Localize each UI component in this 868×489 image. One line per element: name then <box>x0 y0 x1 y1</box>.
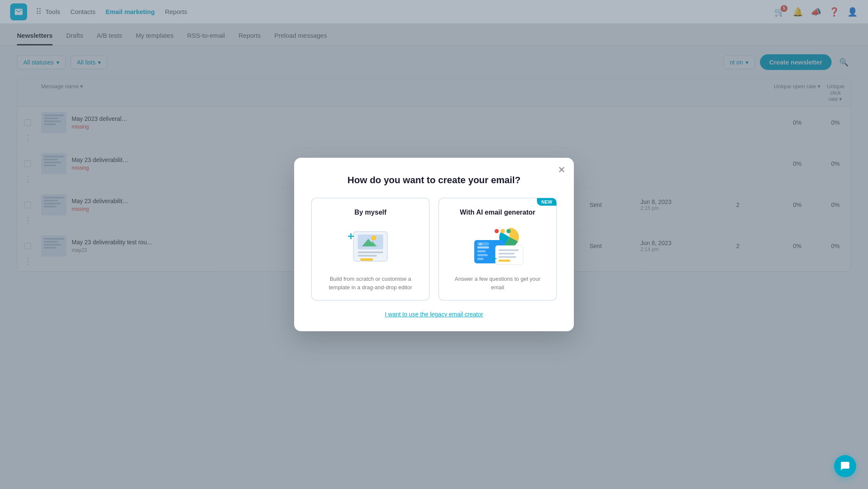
svg-point-4 <box>371 235 376 240</box>
modal-options: By myself <box>311 198 557 301</box>
option1-illustration <box>320 223 420 270</box>
modal-title: How do you want to create your email? <box>311 175 557 186</box>
chat-button[interactable] <box>834 455 856 477</box>
option2-desc: Answer a few questions to get your email <box>448 275 548 291</box>
svg-rect-7 <box>360 258 373 261</box>
option-by-myself[interactable]: By myself <box>311 198 430 301</box>
svg-rect-6 <box>358 255 377 257</box>
modal-overlay[interactable]: ✕ How do you want to create your email? … <box>0 0 868 489</box>
legacy-link[interactable]: I want to use the legacy email creator <box>311 311 557 318</box>
option-ai-generator[interactable]: NEW With AI email generator <box>438 198 557 301</box>
option1-title: By myself <box>320 209 420 216</box>
svg-rect-5 <box>358 251 383 253</box>
svg-rect-18 <box>477 258 484 260</box>
option1-desc: Build from scratch or customise a templa… <box>320 275 420 291</box>
svg-rect-22 <box>498 249 519 251</box>
svg-rect-24 <box>498 256 516 258</box>
create-email-modal: ✕ How do you want to create your email? … <box>294 158 574 331</box>
svg-point-13 <box>506 229 511 233</box>
new-badge: NEW <box>537 198 556 206</box>
svg-rect-15 <box>477 246 489 249</box>
svg-rect-17 <box>477 254 488 256</box>
svg-rect-16 <box>477 250 486 252</box>
modal-close-button[interactable]: ✕ <box>558 165 565 175</box>
option2-title: With AI email generator <box>448 209 548 216</box>
option2-illustration: AI <box>448 223 548 270</box>
svg-point-12 <box>501 229 505 233</box>
svg-rect-23 <box>498 253 515 254</box>
svg-rect-25 <box>498 260 510 262</box>
svg-rect-21 <box>495 246 523 265</box>
svg-point-11 <box>495 229 499 233</box>
svg-text:AI: AI <box>479 243 482 246</box>
